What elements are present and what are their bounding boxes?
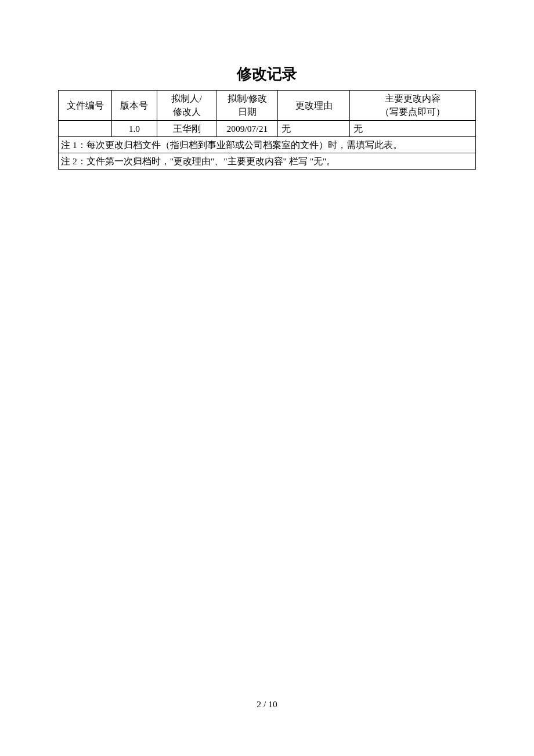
th-author: 拟制人/ 修改人	[157, 91, 217, 121]
table-note-row-1: 注 1：每次更改归档文件（指归档到事业部或公司档案室的文件）时，需填写此表。	[59, 136, 476, 153]
td-version: 1.0	[112, 120, 157, 136]
td-docno	[59, 120, 112, 136]
table-note-row-2: 注 2：文件第一次归档时，"更改理由"、"主要更改内容" 栏写 "无"。	[59, 153, 476, 170]
th-date: 拟制/修改 日期	[217, 91, 278, 121]
th-author-l1: 拟制人/	[171, 93, 201, 103]
th-change: 主要更改内容 （写要点即可）	[349, 91, 475, 121]
th-author-l2: 修改人	[173, 107, 201, 117]
th-change-l2: （写要点即可）	[380, 107, 445, 117]
th-docno: 文件编号	[59, 91, 112, 121]
th-version: 版本号	[112, 91, 157, 121]
th-date-l2: 日期	[238, 107, 257, 117]
table-header-row: 文件编号 版本号 拟制人/ 修改人 拟制/修改 日期 更改理由 主要更改内容 （…	[59, 91, 476, 121]
table-row: 1.0 王华刚 2009/07/21 无 无	[59, 120, 476, 136]
td-author: 王华刚	[157, 120, 217, 136]
page-title: 修改记录	[58, 64, 476, 84]
revision-table: 文件编号 版本号 拟制人/ 修改人 拟制/修改 日期 更改理由 主要更改内容 （…	[58, 90, 476, 170]
td-change: 无	[349, 120, 475, 136]
th-reason: 更改理由	[278, 91, 350, 121]
th-change-l1: 主要更改内容	[385, 93, 441, 103]
note-2: 注 2：文件第一次归档时，"更改理由"、"主要更改内容" 栏写 "无"。	[59, 153, 476, 170]
td-date: 2009/07/21	[217, 120, 278, 136]
td-reason: 无	[278, 120, 350, 136]
note-1: 注 1：每次更改归档文件（指归档到事业部或公司档案室的文件）时，需填写此表。	[59, 136, 476, 153]
page-number: 2 / 10	[0, 699, 534, 710]
th-date-l1: 拟制/修改	[228, 93, 267, 103]
